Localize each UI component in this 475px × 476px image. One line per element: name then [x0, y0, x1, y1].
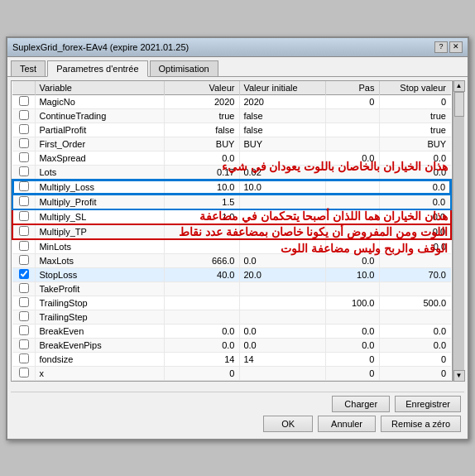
row-checkbox[interactable] [12, 267, 36, 281]
table-row-multiply-loss: Multiply_Loss 10.0 10.0 0.0 [12, 180, 451, 195]
tab-optimisation[interactable]: Optimisation [150, 60, 218, 76]
title-bar: SuplexGrid_forex-EAv4 (expire 2021.01.25… [7, 38, 468, 57]
row-variable: TrailingStop [36, 296, 165, 310]
window-title: SuplexGrid_forex-EAv4 (expire 2021.01.25… [12, 42, 189, 52]
row-checkbox[interactable] [12, 338, 36, 352]
scroll-track[interactable] [453, 92, 464, 370]
row-stop: 0.0 [380, 195, 451, 209]
row-stop: 500.0 [380, 296, 451, 310]
row-variable: fondsize [36, 352, 165, 366]
vertical-scrollbar: ▲ ▼ [453, 80, 464, 382]
row-pas: 0.0 [326, 253, 380, 267]
row-checkbox[interactable] [12, 209, 36, 224]
row-checkbox[interactable] [12, 224, 36, 239]
annuler-button[interactable]: Annuler [318, 416, 376, 432]
row-checkbox[interactable] [12, 281, 36, 296]
row-valeur: false [165, 123, 240, 137]
row-valeur: 0 [165, 366, 240, 380]
scroll-thumb[interactable] [454, 92, 464, 117]
row-pas: 0.0 [326, 151, 380, 165]
row-pas [326, 123, 380, 137]
row-valeur: 0.0 [165, 338, 240, 352]
row-checkbox[interactable] [12, 108, 36, 123]
charger-button[interactable]: Charger [332, 396, 390, 412]
row-checkbox[interactable] [12, 366, 36, 380]
row-variable: PartialProfit [36, 123, 165, 137]
row-stop: 0 [380, 366, 451, 380]
row-stop: 0.0 [380, 165, 451, 180]
row-pas [326, 239, 380, 254]
table-row: BreakEven 0.0 0.0 0.0 0.0 [12, 324, 451, 338]
row-checkbox[interactable] [12, 123, 36, 137]
remise-a-zero-button[interactable]: Remise a zéro [381, 416, 461, 432]
title-bar-buttons: ? ✕ [434, 41, 463, 53]
main-window: SuplexGrid_forex-EAv4 (expire 2021.01.25… [6, 36, 469, 440]
enregistrer-button[interactable]: Enregistrer [395, 396, 461, 412]
row-checkbox[interactable] [12, 151, 36, 165]
row-checkbox[interactable] [12, 137, 36, 151]
help-button[interactable]: ? [434, 41, 448, 53]
scroll-down-button[interactable]: ▼ [453, 370, 465, 382]
row-valeur: 10.0 [165, 180, 240, 195]
row-checkbox[interactable] [12, 94, 36, 108]
row-valeur: BUY [165, 137, 240, 151]
row-valeur [165, 296, 240, 310]
row-pas [326, 195, 380, 209]
row-pas [326, 165, 380, 180]
table-row: BreakEvenPips 0.0 0.0 0.0 0.0 [12, 338, 451, 352]
row-stop: 0 [380, 352, 451, 366]
row-checkbox[interactable] [12, 165, 36, 180]
row-pas: 0.0 [326, 338, 380, 352]
table-row-stoploss: StopLoss 40.0 20.0 10.0 70.0 [12, 267, 451, 281]
row-variable: Multiply_Loss [36, 180, 165, 195]
tab-test[interactable]: Test [11, 60, 46, 76]
row-valeur [165, 239, 240, 254]
row-valeur: 1.0 [165, 209, 240, 224]
row-checkbox[interactable] [12, 352, 36, 366]
row-checkbox[interactable] [12, 296, 36, 310]
row-checkbox[interactable] [12, 239, 36, 254]
row-valeur-init [240, 310, 326, 324]
row-variable: BreakEven [36, 324, 165, 338]
close-button[interactable]: ✕ [449, 41, 463, 53]
row-stop: 0.0 [380, 180, 451, 195]
row-pas: 10.0 [326, 267, 380, 281]
tab-bar: Test Parametres d'entrée Optimisation [7, 57, 468, 77]
action-buttons-row2: OK Annuler Remise a zéro [11, 416, 464, 435]
row-stop: 0.0 [380, 324, 451, 338]
row-checkbox[interactable] [12, 310, 36, 324]
row-valeur-init [240, 151, 326, 165]
row-variable: BreakEvenPips [36, 338, 165, 352]
ok-button[interactable]: OK [263, 416, 313, 432]
row-valeur [165, 281, 240, 296]
row-valeur: true [165, 108, 240, 123]
scroll-up-button[interactable]: ▲ [453, 80, 465, 92]
row-valeur [165, 310, 240, 324]
row-valeur-init: 0.0 [240, 253, 326, 267]
row-valeur: 2020 [165, 94, 240, 108]
row-valeur-init: false [240, 108, 326, 123]
row-stop: 0.0 [380, 239, 451, 254]
row-variable: ContinueTrading [36, 108, 165, 123]
col-header-valeur: Valeur [165, 81, 240, 95]
table-row: MinLots 0.0 [12, 239, 451, 254]
row-stop: 0 [380, 94, 451, 108]
row-checkbox[interactable] [12, 324, 36, 338]
row-checkbox[interactable] [12, 180, 36, 195]
row-valeur: 1.5 [165, 195, 240, 209]
table-row-multiply-profit: Multiply_Profit 1.5 0.0 [12, 195, 451, 209]
row-checkbox[interactable] [12, 195, 36, 209]
tab-parametres[interactable]: Parametres d'entrée [47, 60, 147, 77]
col-header-checkbox [12, 81, 36, 95]
row-pas: 0 [326, 366, 380, 380]
row-valeur-init: 20.0 [240, 267, 326, 281]
row-stop [380, 310, 451, 324]
row-checkbox[interactable] [12, 253, 36, 267]
tab-content: Variable Valeur Valeur initiale Pas Stop… [7, 77, 468, 439]
row-valeur: 666.0 [165, 253, 240, 267]
row-stop [380, 281, 451, 296]
row-stop: true [380, 123, 451, 137]
row-variable: TakeProfit [36, 281, 165, 296]
row-pas [326, 108, 380, 123]
row-variable: MaxSpread [36, 151, 165, 165]
